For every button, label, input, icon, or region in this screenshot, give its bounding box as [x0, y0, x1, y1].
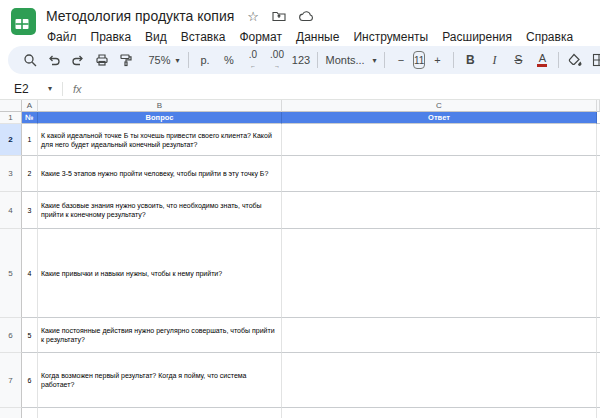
cell-b2[interactable]: К какой идеальной точке Б ты хочешь прив…: [38, 124, 282, 156]
font-size-input[interactable]: 11: [413, 51, 425, 69]
titlebar-right: Методология продукта копия ☆ Файл Правка: [46, 6, 580, 45]
table-header-row: 1 № Вопрос Ответ: [0, 112, 600, 124]
spreadsheet-grid: A B C 1 № Вопрос Ответ 2 1 К какой идеал…: [0, 100, 600, 418]
cell-b8[interactable]: [38, 408, 282, 418]
formula-bar-separator: [62, 82, 63, 96]
cell-c7[interactable]: [282, 353, 597, 408]
cell-c3[interactable]: [282, 156, 597, 192]
fill-color-icon[interactable]: [564, 49, 586, 71]
cell-b3[interactable]: Какие 3-5 этапов нужно пройти человеку, …: [38, 156, 282, 192]
cell-a8[interactable]: [22, 408, 38, 418]
menu-bar: Файл Правка Вид Вставка Формат Данные Ин…: [46, 29, 580, 45]
titlebar: Методология продукта копия ☆ Файл Правка: [0, 0, 600, 44]
borders-icon[interactable]: [588, 49, 600, 71]
column-header-b[interactable]: B: [38, 100, 282, 112]
cell-a1[interactable]: №: [22, 112, 38, 124]
table-row: 4 3 Какие базовые знания нужно усвоить, …: [0, 192, 600, 229]
menu-format[interactable]: Формат: [232, 29, 289, 45]
toolbar-separator: [453, 52, 454, 68]
title-row: Методология продукта копия ☆: [46, 6, 580, 26]
row-header-8[interactable]: [0, 408, 22, 418]
row-header-5[interactable]: 5: [0, 229, 22, 318]
select-all-corner[interactable]: [0, 100, 22, 112]
cell-c1[interactable]: Ответ: [282, 112, 597, 124]
paint-format-icon[interactable]: [115, 49, 137, 71]
percent-format-button[interactable]: %: [218, 49, 240, 71]
sheets-logo-icon[interactable]: [10, 8, 37, 35]
cell-b6[interactable]: Какие постоянные действия нужно регулярн…: [38, 318, 282, 353]
column-header-a[interactable]: A: [22, 100, 38, 112]
question-text: Какие 3-5 этапов нужно пройти человеку, …: [41, 169, 268, 178]
fx-label: fx: [73, 83, 82, 95]
menu-data[interactable]: Данные: [289, 29, 346, 45]
cell-a5[interactable]: 4: [22, 229, 38, 318]
menu-edit[interactable]: Правка: [84, 29, 139, 45]
column-header-band: A B C: [0, 100, 600, 112]
redo-icon[interactable]: [67, 49, 89, 71]
cell-b1[interactable]: Вопрос: [38, 112, 282, 124]
table-row-partial: [0, 408, 600, 418]
cell-b5[interactable]: Какие привычки и навыки нужны, чтобы к н…: [38, 229, 282, 318]
print-icon[interactable]: [91, 49, 113, 71]
increase-font-size-button[interactable]: +: [426, 49, 448, 71]
row-header-3[interactable]: 3: [0, 156, 22, 192]
currency-format-button[interactable]: р.: [194, 49, 216, 71]
font-select[interactable]: Monts... ▾: [323, 49, 379, 71]
increase-decimal-button[interactable]: .00→: [266, 49, 288, 71]
question-text: Какие базовые знания нужно усвоить, что …: [41, 201, 278, 219]
row-header-1[interactable]: 1: [0, 112, 22, 124]
cell-a2[interactable]: 1: [22, 124, 38, 156]
cell-b7[interactable]: Когда возможен первый результат? Когда я…: [38, 353, 282, 408]
cell-c2[interactable]: [282, 124, 597, 156]
menu-view[interactable]: Вид: [138, 29, 174, 45]
formula-bar: E2 ▾ fx: [0, 78, 600, 100]
italic-button[interactable]: I: [483, 49, 505, 71]
decrease-font-size-button[interactable]: −: [390, 49, 412, 71]
name-box[interactable]: E2: [14, 82, 48, 96]
row-header-7[interactable]: 7: [0, 353, 22, 408]
menu-file[interactable]: Файл: [46, 29, 84, 45]
row-header-2[interactable]: 2: [0, 124, 22, 156]
cell-c8[interactable]: [282, 408, 597, 418]
menu-tools[interactable]: Инструменты: [346, 29, 435, 45]
document-title[interactable]: Методология продукта копия: [46, 8, 234, 24]
cell-a7[interactable]: 6: [22, 353, 38, 408]
menu-extensions[interactable]: Расширения: [435, 29, 519, 45]
cell-c6[interactable]: [282, 318, 597, 353]
toolbar-separator: [317, 52, 318, 68]
star-icon[interactable]: ☆: [247, 10, 259, 23]
cloud-status-icon[interactable]: [299, 11, 314, 22]
cell-b4[interactable]: Какие базовые знания нужно усвоить, что …: [38, 192, 282, 229]
number-format-button[interactable]: 123: [290, 49, 312, 71]
name-box-chevron-icon[interactable]: ▾: [48, 84, 52, 93]
undo-icon[interactable]: [43, 49, 65, 71]
cell-c5[interactable]: [282, 229, 597, 318]
table-row: 5 4 Какие привычки и навыки нужны, чтобы…: [0, 229, 600, 318]
cell-a6[interactable]: 5: [22, 318, 38, 353]
cell-a4[interactable]: 3: [22, 192, 38, 229]
toolbar-separator: [384, 52, 385, 68]
strikethrough-button[interactable]: S: [507, 49, 529, 71]
row-header-4[interactable]: 4: [0, 192, 22, 229]
toolbar: 75% ▾ р. % .0← .00→ 123 Monts... ▾ − 11 …: [8, 46, 600, 74]
question-text: Когда возможен первый результат? Когда я…: [41, 371, 278, 389]
zoom-select[interactable]: 75% ▾: [139, 49, 183, 71]
menu-help[interactable]: Справка: [519, 29, 580, 45]
chevron-down-icon: ▾: [372, 56, 376, 65]
chevron-down-icon: ▾: [176, 56, 180, 65]
cell-c4[interactable]: [282, 192, 597, 229]
question-text: Какие постоянные действия нужно регулярн…: [41, 326, 278, 344]
toolbar-strip: 75% ▾ р. % .0← .00→ 123 Monts... ▾ − 11 …: [0, 44, 600, 78]
column-header-c[interactable]: C: [282, 100, 597, 112]
move-to-folder-icon[interactable]: [272, 10, 286, 22]
decrease-decimal-button[interactable]: .0←: [242, 49, 264, 71]
text-color-button[interactable]: A: [531, 49, 553, 71]
search-icon[interactable]: [19, 49, 41, 71]
cell-a3[interactable]: 2: [22, 156, 38, 192]
row-header-6[interactable]: 6: [0, 318, 22, 353]
table-row: 3 2 Какие 3-5 этапов нужно пройти челове…: [0, 156, 600, 192]
google-sheets-app: Методология продукта копия ☆ Файл Правка: [0, 0, 600, 418]
menu-insert[interactable]: Вставка: [174, 29, 233, 45]
table-row: 7 6 Когда возможен первый результат? Ког…: [0, 353, 600, 408]
bold-button[interactable]: B: [459, 49, 481, 71]
